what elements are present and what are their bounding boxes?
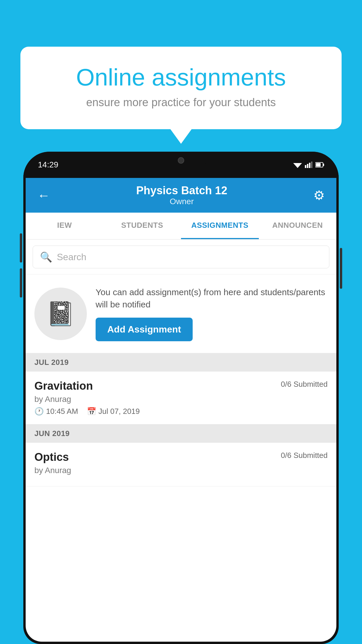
phone-frame: 14:29 ← Physics Ba [23, 152, 339, 644]
phone-time: 14:29 [38, 160, 58, 169]
status-bar: 14:29 [23, 152, 339, 178]
svg-rect-7 [316, 163, 321, 167]
svg-rect-2 [307, 164, 308, 168]
search-icon: 🔍 [40, 251, 52, 263]
settings-icon[interactable]: ⚙ [313, 188, 325, 203]
app-title: Physics Batch 12 [136, 184, 227, 197]
speech-bubble-container: Online assignments ensure more practice … [20, 47, 342, 129]
assignment-date: 📅 Jul 07, 2019 [87, 407, 140, 416]
promo-icon-circle: 📓 [34, 288, 87, 340]
search-container: 🔍 Search [26, 240, 336, 274]
assignment-submitted-optics: 0/6 Submitted [281, 451, 328, 460]
status-icons [293, 162, 324, 168]
assignment-meta: 🕐 10:45 AM 📅 Jul 07, 2019 [34, 407, 328, 416]
assignment-by: by Anurag [34, 395, 328, 404]
svg-rect-3 [309, 163, 310, 168]
assignment-by-optics: by Anurag [34, 466, 328, 475]
header-title-area: Physics Batch 12 Owner [136, 184, 227, 206]
promo-text: You can add assignment(s) from here and … [96, 286, 328, 311]
signal-icon [305, 162, 312, 168]
section-header-jul: JUL 2019 [26, 353, 336, 372]
tab-assignments[interactable]: ASSIGNMENTS [181, 213, 259, 239]
assignment-row: Gravitation 0/6 Submitted [34, 380, 328, 392]
promo-section: 📓 You can add assignment(s) from here an… [26, 274, 336, 353]
tab-iew[interactable]: IEW [26, 213, 103, 239]
assignment-item-optics[interactable]: Optics 0/6 Submitted by Anurag [26, 443, 336, 487]
notebook-icon: 📓 [46, 300, 75, 328]
calendar-icon: 📅 [87, 407, 96, 416]
phone-camera [178, 157, 184, 164]
wifi-icon [293, 162, 302, 168]
search-bar[interactable]: 🔍 Search [33, 246, 329, 268]
assignment-date-value: Jul 07, 2019 [99, 407, 140, 416]
assignment-name-optics: Optics [34, 451, 69, 463]
add-assignment-button[interactable]: Add Assignment [96, 318, 193, 341]
section-header-jun: JUN 2019 [26, 424, 336, 443]
speech-bubble-title: Online assignments [44, 64, 318, 90]
assignment-submitted: 0/6 Submitted [281, 380, 328, 389]
phone-notch [155, 152, 207, 169]
volume-down-button [20, 268, 22, 298]
app-header: ← Physics Batch 12 Owner ⚙ [26, 178, 336, 213]
promo-text-area: You can add assignment(s) from here and … [96, 286, 328, 341]
phone-screen: ← Physics Batch 12 Owner ⚙ IEW STUDENTS … [26, 178, 336, 642]
svg-marker-0 [293, 163, 302, 168]
tabs-bar: IEW STUDENTS ASSIGNMENTS ANNOUNCEN [26, 213, 336, 240]
volume-up-button [20, 233, 22, 262]
tab-announcements[interactable]: ANNOUNCEN [259, 213, 337, 239]
assignment-name: Gravitation [34, 380, 93, 392]
app-subtitle: Owner [136, 197, 227, 206]
tab-students[interactable]: STUDENTS [103, 213, 181, 239]
svg-rect-6 [323, 164, 324, 166]
svg-rect-4 [311, 162, 312, 168]
assignment-time-value: 10:45 AM [46, 407, 78, 416]
assignment-time: 🕐 10:45 AM [34, 407, 78, 416]
back-button[interactable]: ← [37, 188, 50, 203]
search-placeholder: Search [57, 252, 86, 262]
assignment-item-gravitation[interactable]: Gravitation 0/6 Submitted by Anurag 🕐 10… [26, 372, 336, 424]
speech-bubble-subtitle: ensure more practice for your students [44, 96, 318, 109]
assignment-row-optics: Optics 0/6 Submitted [34, 451, 328, 463]
svg-rect-1 [305, 165, 306, 168]
battery-icon [315, 162, 324, 168]
speech-bubble: Online assignments ensure more practice … [20, 47, 342, 129]
clock-icon: 🕐 [34, 407, 44, 416]
power-button [340, 248, 342, 289]
